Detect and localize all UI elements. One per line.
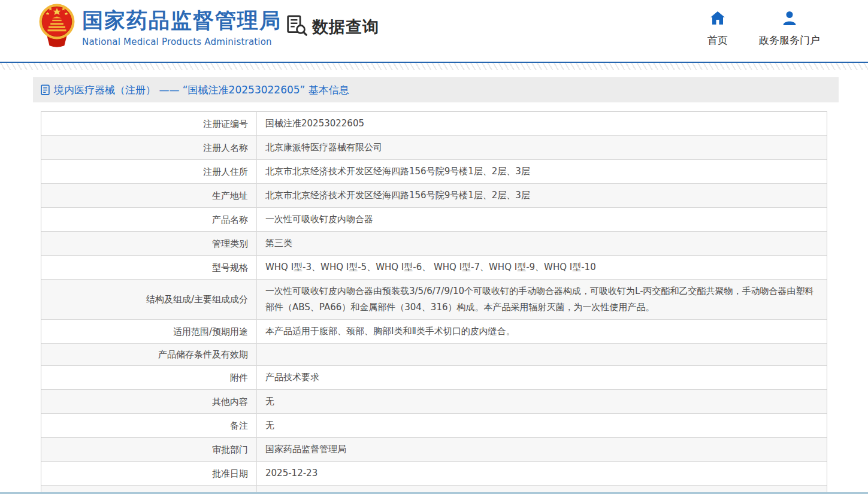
row-label: 型号规格 — [41, 256, 257, 279]
row-label: 备注 — [41, 414, 257, 437]
row-value: 2025-12-23 — [257, 462, 827, 485]
table-row: 注册证编号国械注准20253022605 — [41, 112, 827, 136]
table-row: 型号规格WHQ I型-3、WHQ I型-5、WHQ I型-6、 WHQ I型-7… — [41, 256, 827, 280]
row-label: 注册证编号 — [41, 112, 257, 135]
row-label: 注册人名称 — [41, 136, 257, 159]
row-label: 结构及组成/主要组成成分 — [41, 280, 257, 319]
row-value: 国家药品监督管理局 — [257, 438, 827, 461]
top-nav: 首页 政务服务门户 — [707, 10, 820, 47]
table-row: 审批部门国家药品监督管理局 — [41, 438, 827, 462]
row-label: 产品储存条件及有效期 — [41, 344, 257, 365]
row-value: 无 — [257, 414, 827, 437]
breadcrumb: 境内医疗器械（注册） —— “国械注准20253022605” 基本信息 — [33, 77, 839, 102]
row-label: 其他内容 — [41, 390, 257, 413]
page-title: 境内医疗器械（注册） —— “国械注准20253022605” 基本信息 — [54, 83, 349, 97]
row-value: 一次性可吸收钉皮内吻合器由预装载3/5/6/7/9/10个可吸收钉的手动吻合器构… — [257, 280, 827, 319]
row-value: 本产品适用于腹部、颈部、胸部Ⅰ类和Ⅱ类手术切口的皮内缝合。 — [257, 320, 827, 343]
site-header: 国家药品监督管理局 National Medical Products Admi… — [0, 0, 868, 62]
org-title-en: National Medical Products Administration — [82, 37, 282, 47]
org-title-zh: 国家药品监督管理局 — [82, 9, 282, 32]
data-query-module: 数据查询 — [286, 14, 379, 39]
table-row: 注册人名称北京康派特医疗器械有限公司 — [41, 136, 827, 160]
row-value: 北京康派特医疗器械有限公司 — [257, 136, 827, 159]
table-row: 适用范围/预期用途本产品适用于腹部、颈部、胸部Ⅰ类和Ⅱ类手术切口的皮内缝合。 — [41, 320, 827, 344]
org-title-block: 国家药品监督管理局 National Medical Products Admi… — [82, 9, 282, 47]
row-value: 第三类 — [257, 232, 827, 255]
nav-item-gov-portal[interactable]: 政务服务门户 — [759, 10, 820, 47]
home-icon — [710, 10, 725, 28]
table-row: 批准日期2025-12-23 — [41, 462, 827, 486]
document-icon — [41, 84, 50, 95]
china-national-emblem-icon[interactable] — [38, 3, 75, 49]
row-label: 附件 — [41, 366, 257, 389]
nav-home-label: 首页 — [707, 34, 728, 47]
row-label: 批准日期 — [41, 462, 257, 485]
row-label: 适用范围/预期用途 — [41, 320, 257, 343]
row-label: 生产地址 — [41, 184, 257, 207]
page: 国家药品监督管理局 National Medical Products Admi… — [0, 0, 868, 494]
row-label: 产品名称 — [41, 208, 257, 231]
row-value — [257, 344, 827, 365]
row-value: 国械注准20253022605 — [257, 112, 827, 135]
row-value: 无 — [257, 390, 827, 413]
nav-item-home[interactable]: 首页 — [707, 10, 728, 47]
data-query-label: 数据查询 — [312, 16, 379, 38]
row-label: 审批部门 — [41, 438, 257, 461]
row-value: WHQ I型-3、WHQ I型-5、WHQ I型-6、 WHQ I型-7、WHQ… — [257, 256, 827, 279]
nav-gov-portal-label: 政务服务门户 — [759, 34, 820, 47]
row-label: 管理类别 — [41, 232, 257, 255]
data-query-icon — [286, 14, 308, 39]
table-row: 注册人住所北京市北京经济技术开发区经海四路156号院9号楼1层、2层、3层 — [41, 160, 827, 184]
table-row: 备注无 — [41, 414, 827, 438]
table-row: 其他内容无 — [41, 390, 827, 414]
row-value: 一次性可吸收钉皮内吻合器 — [257, 208, 827, 231]
table-row: 产品储存条件及有效期 — [41, 344, 827, 366]
row-value: 北京市北京经济技术开发区经海四路156号院9号楼1层、2层、3层 — [257, 160, 827, 183]
table-row: 管理类别第三类 — [41, 232, 827, 256]
row-value: 北京市北京经济技术开发区经海四路156号院9号楼1层、2层、3层 — [257, 184, 827, 207]
table-row: 生产地址北京市北京经济技术开发区经海四路156号院9号楼1层、2层、3层 — [41, 184, 827, 208]
detail-table: 注册证编号国械注准20253022605注册人名称北京康派特医疗器械有限公司注册… — [41, 111, 827, 494]
table-row: 附件产品技术要求 — [41, 366, 827, 390]
row-label: 注册人住所 — [41, 160, 257, 183]
user-icon — [782, 10, 797, 28]
decorative-hatch-band — [0, 63, 868, 70]
row-value: 产品技术要求 — [257, 366, 827, 389]
table-row: 结构及组成/主要组成成分一次性可吸收钉皮内吻合器由预装载3/5/6/7/9/10… — [41, 280, 827, 320]
table-row: 产品名称一次性可吸收钉皮内吻合器 — [41, 208, 827, 232]
